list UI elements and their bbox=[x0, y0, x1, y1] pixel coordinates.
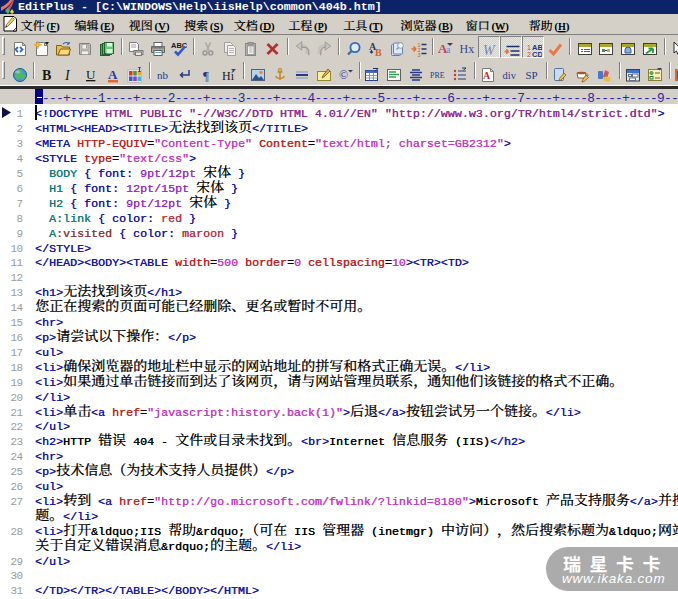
svg-text:CD: CD bbox=[532, 50, 542, 58]
svg-text:B: B bbox=[375, 47, 382, 58]
svg-text:U: U bbox=[86, 67, 96, 82]
svg-text:div: div bbox=[503, 70, 517, 81]
svg-text:Hx: Hx bbox=[460, 42, 475, 56]
svg-text:PRE: PRE bbox=[430, 71, 445, 80]
svg-text:A: A bbox=[108, 67, 118, 82]
svg-text:SP: SP bbox=[526, 69, 538, 81]
svg-text:I: I bbox=[64, 68, 71, 83]
svg-text:W: W bbox=[483, 43, 496, 58]
svg-text:A: A bbox=[483, 70, 491, 81]
svg-text:Hí: Hí bbox=[222, 69, 235, 83]
svg-text:nb: nb bbox=[157, 69, 169, 81]
svg-text:2: 2 bbox=[527, 51, 531, 58]
svg-text:©: © bbox=[339, 68, 348, 82]
svg-text:1: 1 bbox=[527, 44, 531, 51]
svg-text:¶: ¶ bbox=[203, 68, 209, 83]
svg-text:3: 3 bbox=[417, 52, 420, 57]
svg-text:B: B bbox=[42, 68, 51, 83]
